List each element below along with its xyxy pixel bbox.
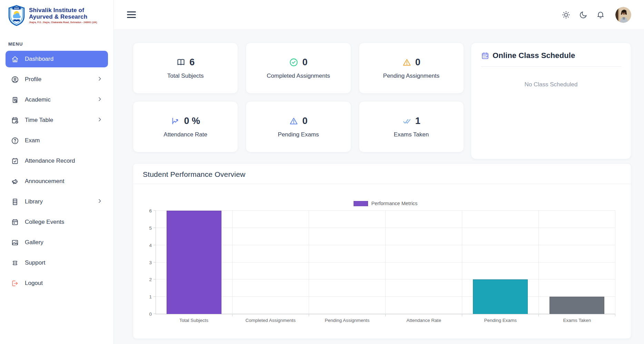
chart-column: [232, 211, 309, 314]
app-window: SIAR Shivalik Institute of Ayurved & Res…: [0, 0, 644, 344]
alert-triangle-icon: [289, 116, 298, 126]
chevron-right-icon: [97, 76, 102, 83]
sidebar-item-support[interactable]: Support: [6, 255, 108, 271]
schedule-calendar-icon: [481, 51, 489, 60]
sidebar-item-time-table[interactable]: Time Table: [6, 112, 108, 128]
main-area: 6 Total Subjects 0 Completed Assignments: [114, 0, 644, 344]
stat-label: Pending Assignments: [383, 73, 440, 79]
stat-card-total-subjects: 6 Total Subjects: [133, 42, 238, 94]
help-circle-icon: [11, 137, 19, 145]
x-axis-label: Completed Assignments: [232, 318, 309, 323]
stat-value: 0: [302, 116, 307, 126]
stat-value: 6: [189, 57, 195, 68]
trending-up-icon: [171, 116, 180, 126]
calendar-icon: [11, 218, 19, 226]
y-axis-label: 2: [141, 277, 152, 282]
chevron-right-icon: [97, 117, 102, 124]
sidebar-item-label: Time Table: [25, 117, 53, 124]
sun-icon[interactable]: [562, 10, 571, 19]
stat-card-exams-taken: 1 Exams Taken: [359, 101, 464, 152]
sidebar-item-profile[interactable]: Profile: [6, 71, 108, 88]
y-axis-label: 0: [141, 312, 152, 317]
y-axis-label: 5: [141, 225, 152, 230]
hamburger-menu-icon[interactable]: [127, 11, 136, 18]
y-tick: [153, 210, 156, 211]
image-icon: [11, 239, 19, 247]
bookshelf-icon: [11, 198, 19, 206]
menu-section-label: MENU: [0, 30, 113, 51]
stat-value: 1: [415, 116, 420, 126]
chart-legend[interactable]: Performance Metrics: [156, 201, 615, 206]
bar-pending-exams[interactable]: [473, 279, 528, 314]
x-axis-label: Pending Exams: [462, 318, 539, 323]
bell-icon[interactable]: [596, 10, 605, 19]
user-avatar[interactable]: [615, 7, 631, 23]
institute-shield-icon: SIAR: [8, 5, 26, 26]
sidebar-menu: Dashboard Profile Academic Time Table: [0, 51, 113, 292]
performance-chart-card: Student Performance Overview Performance…: [133, 163, 631, 339]
sidebar-item-dashboard[interactable]: Dashboard: [6, 51, 108, 67]
sidebar-item-college-events[interactable]: College Events: [6, 214, 108, 230]
bar-chart: Performance Metrics 0123456 Total Subjec…: [133, 184, 631, 338]
user-circle-icon: [11, 76, 19, 84]
double-check-icon: [402, 116, 412, 126]
y-tick: [153, 279, 156, 279]
sidebar-item-announcement[interactable]: Announcement: [6, 173, 108, 190]
sidebar-item-logout[interactable]: Logout: [6, 275, 108, 292]
chart-plot-area: 0123456: [156, 211, 615, 314]
topbar: [114, 0, 644, 30]
institute-name-line2: Ayurved & Research: [29, 14, 97, 20]
y-axis-label: 1: [141, 294, 152, 299]
bar-exams-taken[interactable]: [549, 297, 604, 314]
stat-value: 0 %: [184, 116, 200, 126]
sidebar-item-label: Academic: [25, 96, 51, 103]
sidebar-item-academic[interactable]: Academic: [6, 92, 108, 108]
chart-column: [156, 211, 232, 314]
x-axis-label: Attendance Rate: [386, 318, 462, 323]
y-tick: [153, 296, 156, 297]
dashboard-content: 6 Total Subjects 0 Completed Assignments: [114, 30, 644, 344]
sidebar-item-exam[interactable]: Exam: [6, 132, 108, 149]
clipboard-search-icon: [11, 96, 19, 104]
legend-swatch: [354, 201, 368, 206]
y-axis-label: 6: [141, 208, 152, 213]
y-tick: [153, 245, 156, 245]
y-tick: [153, 314, 156, 314]
stat-card-completed-assignments: 0 Completed Assignments: [246, 42, 351, 94]
x-axis-label: Exams Taken: [539, 318, 615, 323]
chevron-right-icon: [97, 198, 102, 206]
sidebar-item-label: Dashboard: [25, 56, 53, 63]
stat-label: Pending Exams: [278, 131, 319, 138]
legend-label: Performance Metrics: [371, 201, 418, 206]
logout-icon: [11, 279, 19, 287]
sidebar-item-label: College Events: [25, 219, 64, 226]
svg-text:SIAR: SIAR: [14, 7, 19, 9]
moon-icon[interactable]: [579, 10, 588, 19]
sidebar-item-label: Support: [25, 259, 46, 266]
sidebar-item-label: Profile: [25, 76, 41, 83]
online-class-schedule-card: Online Class Schedule No Class Scheduled: [471, 42, 631, 159]
stat-label: Attendance Rate: [164, 131, 207, 138]
institute-logo[interactable]: SIAR Shivalik Institute of Ayurved & Res…: [0, 0, 113, 30]
no-class-message: No Class Scheduled: [481, 81, 621, 88]
x-axis-label: Total Subjects: [156, 318, 232, 323]
sidebar-item-label: Announcement: [25, 178, 64, 185]
ticket-icon: [11, 259, 19, 267]
bar-total-subjects[interactable]: [167, 211, 221, 314]
warning-triangle-icon: [402, 58, 412, 67]
chart-section-title: Student Performance Overview: [133, 164, 631, 184]
stat-value: 0: [302, 57, 307, 68]
stat-card-pending-exams: 0 Pending Exams: [246, 101, 351, 152]
chart-column: [309, 211, 386, 314]
y-axis-label: 4: [141, 242, 152, 248]
chart-column: [386, 211, 462, 314]
y-axis-label: 3: [141, 260, 152, 265]
stat-label: Completed Assignments: [267, 73, 330, 79]
sidebar-item-library[interactable]: Library: [6, 193, 108, 210]
sidebar-item-attendance-record[interactable]: Attendance Record: [6, 153, 108, 169]
stat-value: 0: [415, 57, 420, 68]
calendar-check-icon: [11, 157, 19, 165]
institute-address: Jhajra, P.O. Jhajra, Chakarata Road, Deh…: [29, 21, 97, 23]
sidebar-item-label: Exam: [25, 137, 40, 144]
sidebar-item-gallery[interactable]: Gallery: [6, 234, 108, 251]
